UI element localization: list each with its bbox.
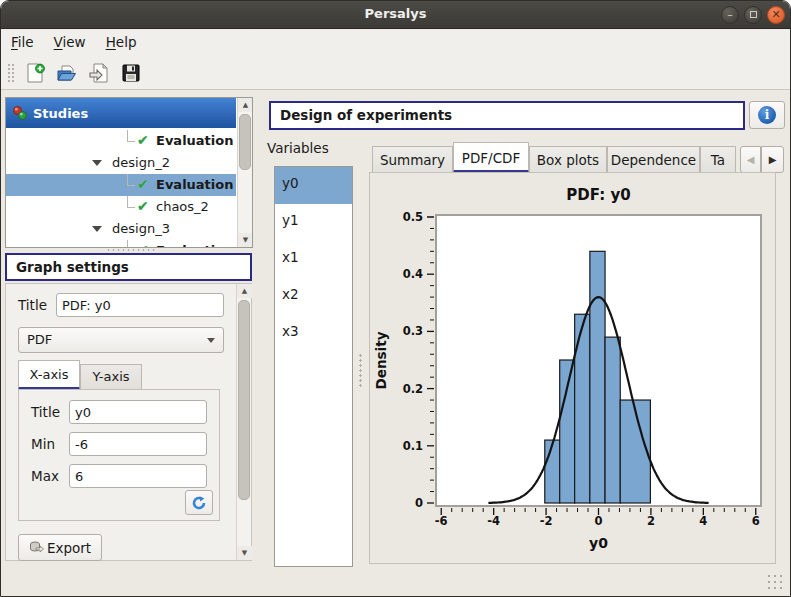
maximize-button[interactable] — [744, 6, 762, 24]
chart-title: PDF: y0 — [566, 186, 630, 204]
svg-text:2: 2 — [647, 514, 655, 528]
pdf-histogram-chart: PDF: y0Densityy0-6-4-2024600.10.20.30.40… — [370, 173, 775, 563]
refresh-icon — [191, 495, 207, 511]
tab-box-plots[interactable]: Box plots — [529, 146, 607, 173]
export-icon — [29, 540, 44, 555]
plot-type-select[interactable]: PDF — [18, 327, 224, 353]
tree-item-chaos_2[interactable]: ✔chaos_2 — [6, 196, 236, 218]
close-button[interactable]: ✕ — [767, 6, 785, 24]
variable-item-x3[interactable]: x3 — [275, 315, 352, 352]
expander-down-icon[interactable] — [92, 226, 102, 232]
axis-title-input[interactable] — [69, 400, 207, 424]
variable-item-y1[interactable]: y1 — [275, 204, 352, 241]
variable-item-y0[interactable]: y0 — [275, 167, 352, 204]
svg-text:-2: -2 — [540, 514, 553, 528]
export-button[interactable]: Export — [18, 534, 102, 561]
tree-item-label: Evaluation — [156, 243, 233, 247]
studies-tree-header[interactable]: Studies — [6, 98, 236, 128]
graph-settings-panel: Title PDF X-axisY-axis TitleMinMax Expor… — [5, 283, 252, 561]
success-check-icon: ✔ — [137, 132, 149, 148]
tree-scrollbar[interactable]: ▲ ▼ — [237, 98, 252, 247]
tree-item-evaluation[interactable]: ✔Evaluation — [6, 174, 236, 196]
info-icon: i — [758, 106, 776, 124]
import-script-button[interactable] — [85, 59, 113, 87]
refresh-button[interactable] — [185, 490, 213, 515]
window-resize-grip[interactable] — [766, 573, 784, 591]
tree-item-design_2[interactable]: design_2 — [6, 152, 236, 174]
tree-item-evaluation[interactable]: ✔Evaluation — [6, 240, 236, 247]
info-button[interactable]: i — [749, 101, 785, 129]
save-button[interactable] — [117, 59, 145, 87]
variables-label: Variables — [267, 140, 329, 156]
menu-item-view[interactable]: View — [44, 30, 96, 54]
app-window: Persalys – ✕ FileViewHelp Studies ✔Evalu… — [0, 0, 791, 597]
tree-item-label: Evaluation — [156, 177, 233, 192]
scroll-up-icon[interactable]: ▲ — [238, 98, 253, 112]
title-field-label: Title — [18, 297, 47, 313]
axis-min-input[interactable] — [69, 432, 207, 456]
tree-item-label: design_2 — [112, 155, 170, 170]
axis-title-label: Title — [31, 404, 60, 420]
studies-icon — [12, 105, 28, 121]
tree-scrollbar-thumb[interactable] — [239, 114, 251, 170]
expander-down-icon[interactable] — [92, 160, 102, 166]
menubar: FileViewHelp — [1, 30, 790, 56]
tab-dependence[interactable]: Dependence — [607, 146, 700, 173]
scroll-up-icon[interactable]: ▲ — [237, 284, 252, 298]
toolbar — [1, 56, 790, 90]
variable-item-x1[interactable]: x1 — [275, 241, 352, 278]
svg-text:0.3: 0.3 — [403, 324, 423, 338]
tree-branch-line — [127, 240, 135, 247]
chevron-down-icon — [207, 338, 215, 343]
tab-scroll-left-button[interactable]: ◀ — [740, 146, 761, 173]
vertical-splitter-handle[interactable] — [358, 353, 363, 389]
axis-max-input[interactable] — [69, 464, 207, 488]
settings-scrollbar-thumb[interactable] — [238, 300, 250, 500]
new-study-button[interactable] — [21, 59, 49, 87]
tab-ta[interactable]: Ta — [700, 146, 736, 173]
titlebar[interactable]: Persalys – ✕ — [1, 1, 790, 29]
export-button-label: Export — [47, 540, 91, 556]
scroll-down-icon[interactable]: ▼ — [237, 546, 252, 560]
tab-scroll-right-button[interactable]: ▶ — [761, 146, 784, 173]
tree-branch-line — [127, 130, 135, 142]
toolbar-drag-handle[interactable] — [7, 63, 14, 83]
axis-max-label: Max — [31, 468, 59, 484]
settings-scrollbar[interactable]: ▲ ▼ — [236, 284, 251, 560]
axis-settings-frame: TitleMinMax — [18, 389, 220, 521]
tree-item-evaluation[interactable]: ✔Evaluation — [6, 130, 236, 152]
tab-summary[interactable]: Summary — [372, 146, 453, 173]
maximize-icon — [750, 11, 757, 18]
tree-item-label: chaos_2 — [156, 199, 209, 214]
menu-item-file[interactable]: File — [1, 30, 44, 54]
axis-tab-x-axis[interactable]: X-axis — [18, 360, 80, 390]
svg-text:0.5: 0.5 — [403, 210, 423, 224]
axis-tab-y-axis[interactable]: Y-axis — [80, 364, 142, 390]
page-title: Design of experiments — [271, 103, 743, 127]
axis-min-label: Min — [31, 436, 55, 452]
success-check-icon: ✔ — [137, 198, 149, 214]
tree-branch-line — [127, 174, 135, 186]
graph-title-input[interactable] — [56, 293, 224, 317]
tab-pdf-cdf[interactable]: PDF/CDF — [453, 142, 529, 173]
variable-item-x2[interactable]: x2 — [275, 278, 352, 315]
scroll-down-icon[interactable]: ▼ — [238, 233, 253, 247]
graph-settings-title: Graph settings — [7, 255, 250, 279]
histogram-bar-4 — [605, 337, 620, 503]
window-title: Persalys — [1, 6, 790, 21]
tree-item-design_3[interactable]: design_3 — [6, 218, 236, 240]
y-axis-label: Density — [373, 331, 389, 389]
horizontal-splitter-handle[interactable] — [106, 248, 156, 252]
svg-text:0.4: 0.4 — [403, 267, 423, 281]
plot-type-value: PDF — [27, 332, 52, 347]
svg-text:0: 0 — [594, 514, 602, 528]
svg-text:0.2: 0.2 — [403, 382, 423, 396]
histogram-bar-1 — [560, 360, 575, 503]
graph-settings-dock-title: Graph settings — [5, 253, 252, 281]
svg-text:0.1: 0.1 — [403, 439, 423, 453]
open-study-button[interactable] — [53, 59, 81, 87]
menu-item-help[interactable]: Help — [96, 30, 147, 54]
minimize-button[interactable]: – — [721, 6, 739, 24]
svg-text:0: 0 — [415, 496, 423, 510]
histogram-bar-0 — [545, 440, 560, 503]
